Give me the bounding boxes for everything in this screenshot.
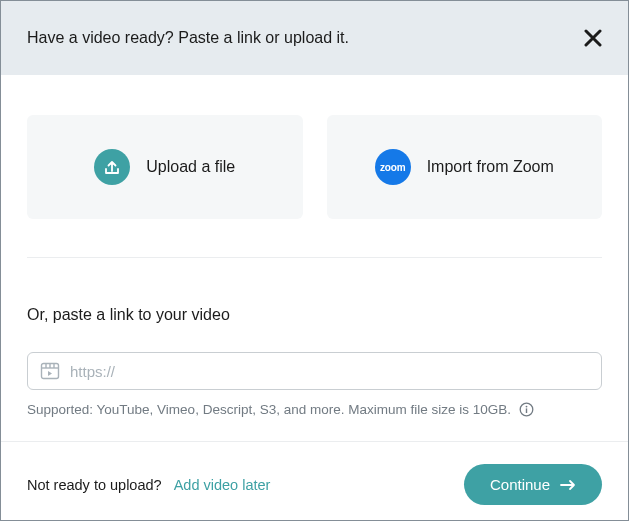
video-link-icon [40, 362, 60, 380]
video-url-input[interactable] [70, 363, 589, 380]
upload-file-label: Upload a file [146, 158, 235, 176]
add-video-later-link[interactable]: Add video later [174, 477, 271, 493]
upload-options-row: Upload a file zoom Import from Zoom [27, 115, 602, 219]
upload-file-card[interactable]: Upload a file [27, 115, 303, 219]
video-url-input-wrapper[interactable] [27, 352, 602, 390]
upload-icon [94, 149, 130, 185]
import-zoom-card[interactable]: zoom Import from Zoom [327, 115, 603, 219]
upload-video-modal: Have a video ready? Paste a link or uplo… [0, 0, 629, 521]
supported-sources-text: Supported: YouTube, Vimeo, Descript, S3,… [27, 402, 602, 417]
continue-button[interactable]: Continue [464, 464, 602, 505]
section-divider [27, 257, 602, 258]
zoom-icon: zoom [375, 149, 411, 185]
modal-title: Have a video ready? Paste a link or uplo… [27, 29, 349, 47]
arrow-right-icon [560, 479, 576, 491]
modal-footer: Not ready to upload? Add video later Con… [1, 441, 628, 521]
svg-point-6 [526, 406, 528, 408]
svg-rect-7 [526, 408, 527, 413]
info-icon[interactable] [519, 402, 534, 417]
close-button[interactable] [584, 29, 602, 47]
import-zoom-label: Import from Zoom [427, 158, 554, 176]
modal-body: Upload a file zoom Import from Zoom Or, … [1, 75, 628, 441]
close-icon [584, 29, 602, 47]
paste-link-label: Or, paste a link to your video [27, 306, 602, 324]
footer-prompt: Not ready to upload? Add video later [27, 477, 270, 493]
modal-header: Have a video ready? Paste a link or uplo… [1, 1, 628, 75]
